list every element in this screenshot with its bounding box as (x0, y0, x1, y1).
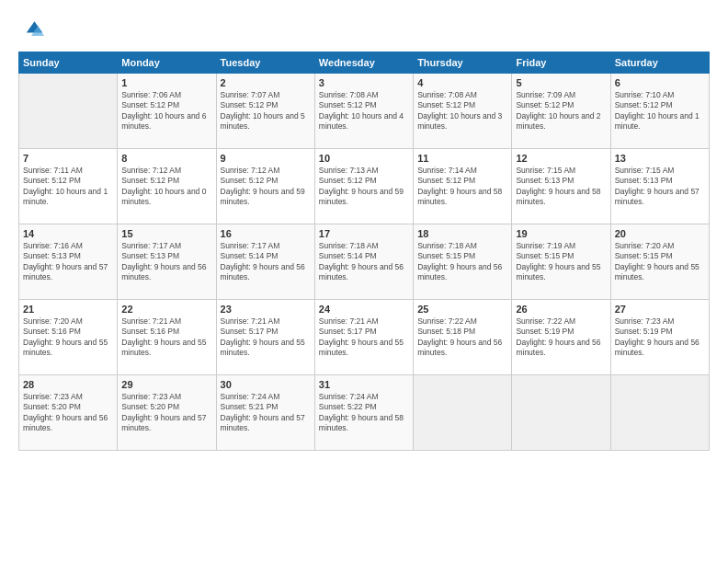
calendar-day-cell: 9Sunrise: 7:12 AM Sunset: 5:12 PM Daylig… (216, 149, 314, 224)
calendar-week-row: 7Sunrise: 7:11 AM Sunset: 5:12 PM Daylig… (19, 149, 710, 224)
day-info: Sunrise: 7:18 AM Sunset: 5:14 PM Dayligh… (319, 241, 409, 283)
day-number: 29 (121, 379, 211, 390)
calendar-day-cell: 30Sunrise: 7:24 AM Sunset: 5:21 PM Dayli… (216, 375, 314, 451)
calendar-week-row: 1Sunrise: 7:06 AM Sunset: 5:12 PM Daylig… (19, 74, 710, 149)
day-info: Sunrise: 7:24 AM Sunset: 5:21 PM Dayligh… (221, 392, 311, 434)
day-number: 16 (221, 228, 311, 239)
day-number: 3 (319, 77, 409, 88)
calendar-day-cell: 10Sunrise: 7:13 AM Sunset: 5:12 PM Dayli… (314, 149, 413, 224)
calendar-day-cell (414, 375, 512, 451)
calendar-day-cell: 14Sunrise: 7:16 AM Sunset: 5:13 PM Dayli… (19, 224, 118, 300)
calendar-day-cell: 24Sunrise: 7:21 AM Sunset: 5:17 PM Dayli… (314, 300, 413, 375)
day-info: Sunrise: 7:12 AM Sunset: 5:12 PM Dayligh… (221, 166, 311, 208)
day-number: 11 (417, 153, 507, 164)
day-info: Sunrise: 7:15 AM Sunset: 5:13 PM Dayligh… (516, 166, 606, 208)
day-number: 24 (319, 304, 409, 315)
day-info: Sunrise: 7:07 AM Sunset: 5:12 PM Dayligh… (221, 90, 311, 132)
day-number: 6 (615, 77, 705, 88)
day-number: 2 (221, 77, 311, 88)
day-info: Sunrise: 7:14 AM Sunset: 5:12 PM Dayligh… (417, 166, 507, 208)
day-info: Sunrise: 7:13 AM Sunset: 5:12 PM Dayligh… (319, 166, 409, 208)
day-number: 27 (615, 304, 705, 315)
calendar-day-cell: 22Sunrise: 7:21 AM Sunset: 5:16 PM Dayli… (118, 300, 216, 375)
calendar-day-cell: 6Sunrise: 7:10 AM Sunset: 5:12 PM Daylig… (610, 74, 709, 149)
calendar-day-cell: 28Sunrise: 7:23 AM Sunset: 5:20 PM Dayli… (19, 375, 118, 451)
calendar-week-row: 21Sunrise: 7:20 AM Sunset: 5:16 PM Dayli… (19, 300, 710, 375)
calendar-day-cell (610, 375, 709, 451)
day-info: Sunrise: 7:19 AM Sunset: 5:15 PM Dayligh… (516, 241, 606, 283)
day-info: Sunrise: 7:11 AM Sunset: 5:12 PM Dayligh… (23, 166, 113, 208)
day-number: 26 (516, 304, 606, 315)
day-number: 28 (23, 379, 113, 390)
day-info: Sunrise: 7:20 AM Sunset: 5:15 PM Dayligh… (615, 241, 705, 283)
calendar-day-cell: 12Sunrise: 7:15 AM Sunset: 5:13 PM Dayli… (512, 149, 610, 224)
day-number: 10 (319, 153, 409, 164)
day-info: Sunrise: 7:18 AM Sunset: 5:15 PM Dayligh… (417, 241, 507, 283)
day-number: 23 (221, 304, 311, 315)
calendar-day-cell: 23Sunrise: 7:21 AM Sunset: 5:17 PM Dayli… (216, 300, 314, 375)
day-info: Sunrise: 7:10 AM Sunset: 5:12 PM Dayligh… (615, 90, 705, 132)
calendar-day-cell: 21Sunrise: 7:20 AM Sunset: 5:16 PM Dayli… (19, 300, 118, 375)
calendar-header-cell: Thursday (414, 52, 512, 74)
calendar-week-row: 28Sunrise: 7:23 AM Sunset: 5:20 PM Dayli… (19, 375, 710, 451)
day-info: Sunrise: 7:23 AM Sunset: 5:20 PM Dayligh… (23, 392, 113, 434)
calendar-day-cell: 11Sunrise: 7:14 AM Sunset: 5:12 PM Dayli… (414, 149, 512, 224)
day-number: 9 (221, 153, 311, 164)
calendar-day-cell: 16Sunrise: 7:17 AM Sunset: 5:14 PM Dayli… (216, 224, 314, 300)
day-info: Sunrise: 7:09 AM Sunset: 5:12 PM Dayligh… (516, 90, 606, 132)
day-info: Sunrise: 7:24 AM Sunset: 5:22 PM Dayligh… (319, 392, 409, 434)
calendar-header-cell: Friday (512, 52, 610, 74)
calendar-header-cell: Tuesday (216, 52, 314, 74)
calendar-day-cell (19, 74, 118, 149)
day-number: 19 (516, 228, 606, 239)
day-number: 31 (319, 379, 409, 390)
day-info: Sunrise: 7:08 AM Sunset: 5:12 PM Dayligh… (417, 90, 507, 132)
day-info: Sunrise: 7:08 AM Sunset: 5:12 PM Dayligh… (319, 90, 409, 132)
day-number: 7 (23, 153, 113, 164)
day-number: 20 (615, 228, 705, 239)
calendar-day-cell: 2Sunrise: 7:07 AM Sunset: 5:12 PM Daylig… (216, 74, 314, 149)
calendar-day-cell: 3Sunrise: 7:08 AM Sunset: 5:12 PM Daylig… (314, 74, 413, 149)
calendar-day-cell: 20Sunrise: 7:20 AM Sunset: 5:15 PM Dayli… (610, 224, 709, 300)
calendar-day-cell: 1Sunrise: 7:06 AM Sunset: 5:12 PM Daylig… (118, 74, 216, 149)
calendar-table: SundayMondayTuesdayWednesdayThursdayFrid… (18, 52, 710, 451)
day-info: Sunrise: 7:22 AM Sunset: 5:18 PM Dayligh… (417, 316, 507, 359)
calendar-day-cell: 27Sunrise: 7:23 AM Sunset: 5:19 PM Dayli… (610, 300, 709, 375)
day-number: 17 (319, 228, 409, 239)
day-number: 25 (417, 304, 507, 315)
calendar-day-cell: 8Sunrise: 7:12 AM Sunset: 5:12 PM Daylig… (118, 149, 216, 224)
day-info: Sunrise: 7:20 AM Sunset: 5:16 PM Dayligh… (23, 316, 113, 359)
day-number: 1 (121, 77, 211, 88)
calendar-day-cell (512, 375, 610, 451)
calendar-header-cell: Wednesday (314, 52, 413, 74)
day-number: 4 (417, 77, 507, 88)
calendar-day-cell: 26Sunrise: 7:22 AM Sunset: 5:19 PM Dayli… (512, 300, 610, 375)
day-info: Sunrise: 7:16 AM Sunset: 5:13 PM Dayligh… (23, 241, 113, 283)
day-number: 13 (615, 153, 705, 164)
calendar-week-row: 14Sunrise: 7:16 AM Sunset: 5:13 PM Dayli… (19, 224, 710, 300)
page: SundayMondayTuesdayWednesdayThursdayFrid… (0, 0, 728, 563)
header (18, 17, 710, 42)
day-info: Sunrise: 7:21 AM Sunset: 5:17 PM Dayligh… (221, 316, 311, 359)
calendar-header-row: SundayMondayTuesdayWednesdayThursdayFrid… (19, 52, 710, 74)
day-info: Sunrise: 7:22 AM Sunset: 5:19 PM Dayligh… (516, 316, 606, 359)
calendar-day-cell: 17Sunrise: 7:18 AM Sunset: 5:14 PM Dayli… (314, 224, 413, 300)
day-info: Sunrise: 7:06 AM Sunset: 5:12 PM Dayligh… (121, 90, 211, 132)
calendar-day-cell: 4Sunrise: 7:08 AM Sunset: 5:12 PM Daylig… (414, 74, 512, 149)
day-number: 15 (121, 228, 211, 239)
calendar-day-cell: 5Sunrise: 7:09 AM Sunset: 5:12 PM Daylig… (512, 74, 610, 149)
calendar-day-cell: 25Sunrise: 7:22 AM Sunset: 5:18 PM Dayli… (414, 300, 512, 375)
day-info: Sunrise: 7:23 AM Sunset: 5:20 PM Dayligh… (121, 392, 211, 434)
calendar-day-cell: 7Sunrise: 7:11 AM Sunset: 5:12 PM Daylig… (19, 149, 118, 224)
calendar-day-cell: 13Sunrise: 7:15 AM Sunset: 5:13 PM Dayli… (610, 149, 709, 224)
calendar-day-cell: 18Sunrise: 7:18 AM Sunset: 5:15 PM Dayli… (414, 224, 512, 300)
day-number: 8 (121, 153, 211, 164)
day-number: 22 (121, 304, 211, 315)
day-info: Sunrise: 7:17 AM Sunset: 5:14 PM Dayligh… (221, 241, 311, 283)
calendar-day-cell: 31Sunrise: 7:24 AM Sunset: 5:22 PM Dayli… (314, 375, 413, 451)
day-number: 14 (23, 228, 113, 239)
calendar-day-cell: 19Sunrise: 7:19 AM Sunset: 5:15 PM Dayli… (512, 224, 610, 300)
calendar-header-cell: Saturday (610, 52, 709, 74)
day-info: Sunrise: 7:17 AM Sunset: 5:13 PM Dayligh… (121, 241, 211, 283)
day-number: 30 (221, 379, 311, 390)
